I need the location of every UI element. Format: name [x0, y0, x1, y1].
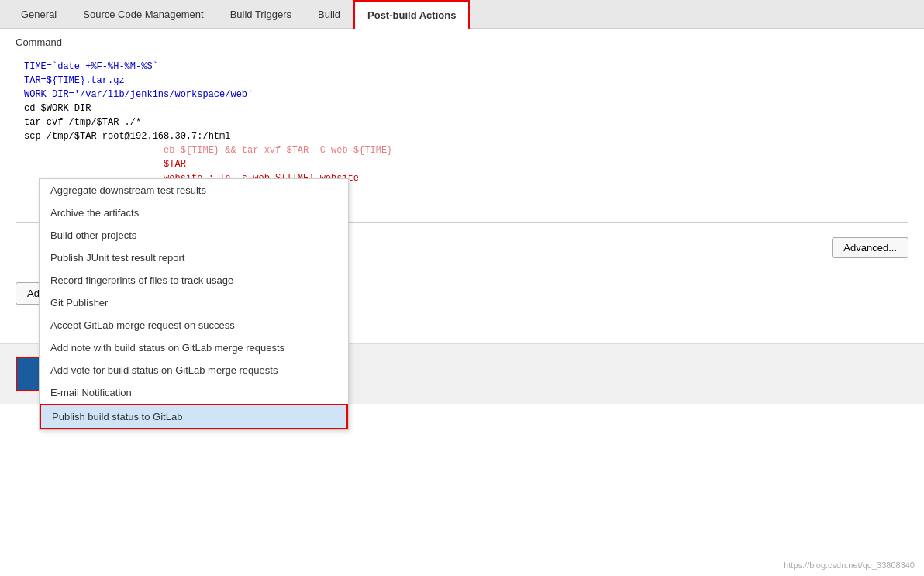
tab-build-triggers[interactable]: Build Triggers — [217, 0, 305, 29]
watermark: https://blog.csdn.net/qq_33808340 — [784, 560, 915, 570]
advanced-button[interactable]: Advanced... — [832, 237, 908, 258]
tab-general[interactable]: General — [8, 0, 70, 29]
dropdown-item-build-other[interactable]: Build other projects — [40, 224, 348, 247]
dropdown-item-record-fingerprints[interactable]: Record fingerprints of files to track us… — [40, 269, 348, 291]
tab-post-build[interactable]: Post-build Actions — [353, 0, 470, 29]
dropdown-item-accept-gitlab[interactable]: Accept GitLab merge request on success — [40, 314, 348, 336]
page-wrapper: General Source Code Management Build Tri… — [0, 0, 924, 576]
dropdown-item-email[interactable]: E-mail Notification — [40, 381, 348, 404]
main-content: Command TIME=`date +%F-%H-%M-%S`TAR=${TI… — [0, 29, 924, 320]
dropdown-item-publish-gitlab[interactable]: Publish build status to GitLab — [40, 404, 348, 429]
dropdown-item-aggregate[interactable]: Aggregate downstream test results — [40, 179, 348, 202]
dropdown-item-git-publisher[interactable]: Git Publisher — [40, 291, 348, 314]
dropdown-item-add-vote[interactable]: Add vote for build status on GitLab merg… — [40, 359, 348, 381]
command-label: Command — [16, 36, 908, 48]
dropdown-item-add-note[interactable]: Add note with build status on GitLab mer… — [40, 336, 348, 359]
dropdown-menu: Aggregate downstream test resultsArchive… — [39, 178, 349, 430]
tab-build[interactable]: Build — [305, 0, 353, 29]
dropdown-item-publish-junit[interactable]: Publish JUnit test result report — [40, 247, 348, 269]
tab-bar: General Source Code Management Build Tri… — [0, 0, 924, 29]
dropdown-item-archive[interactable]: Archive the artifacts — [40, 202, 348, 224]
tab-source-code[interactable]: Source Code Management — [70, 0, 216, 29]
